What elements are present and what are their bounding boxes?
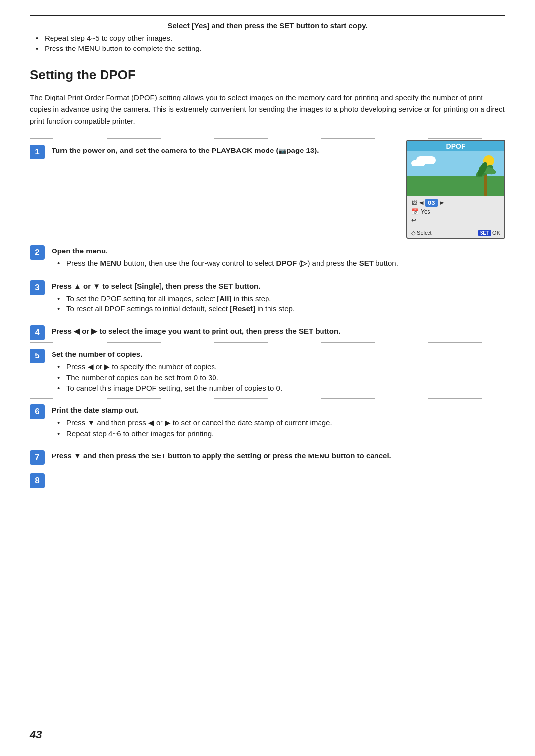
step-5-bullets: Press ◀ or ▶ to specify the number of co…: [52, 362, 505, 392]
step-3-number: 3: [30, 280, 45, 295]
dpof-cloud-2: [411, 160, 425, 166]
step-7-number: 7: [30, 450, 45, 465]
dpof-palm-svg: [474, 156, 498, 196]
step-4-number: 4: [30, 325, 45, 340]
dpof-right-arrow: ▶: [440, 200, 444, 206]
step-3-bullet-1: To set the DPOF setting for all images, …: [66, 294, 505, 302]
intro-bold-line: Select [Yes] and then press the SET butt…: [30, 21, 505, 30]
step-7-main: Press ▼ and then press the SET button to…: [52, 450, 505, 462]
dpof-mockup: DPOF 🖼 ◀ 0: [406, 140, 505, 239]
top-border: [30, 15, 505, 16]
dpof-back-icon: ↩: [411, 217, 416, 224]
step-6-number: 6: [30, 404, 45, 419]
dpof-copies-row: 🖼 ◀ 03 ▶: [411, 199, 500, 207]
step-3-bullets: To set the DPOF setting for all images, …: [52, 294, 505, 313]
step-6-main: Print the date stamp out.: [52, 404, 505, 416]
step-3-main: Press ▲ or ▼ to select [Single], then pr…: [52, 280, 505, 292]
step-5-bullet-1: Press ◀ or ▶ to specify the number of co…: [66, 362, 505, 371]
section-title: Setting the DPOF: [30, 67, 505, 83]
step-2-bullets: Press the MENU button, then use the four…: [52, 259, 505, 268]
page-number: 43: [30, 728, 42, 741]
step-3-container: 3 Press ▲ or ▼ to select [Single], then …: [30, 274, 505, 317]
description: The Digital Print Order Format (DPOF) se…: [30, 92, 505, 127]
intro-section: Select [Yes] and then press the SET butt…: [30, 21, 505, 52]
dpof-ok-label: SETOK: [478, 230, 500, 236]
dpof-yes-row: 📅 Yes: [411, 208, 500, 215]
dpof-footer: ◇ Select SETOK: [407, 228, 504, 238]
dpof-select-label: ◇ Select: [411, 230, 432, 236]
dpof-set-badge: SET: [478, 230, 491, 236]
dpof-back-row: ↩: [411, 217, 500, 224]
step-8-container: 8: [30, 467, 505, 488]
step-6-bullet-1: Press ▼ and then press ◀ or ▶ to set or …: [66, 418, 505, 427]
step-7-content: Press ▼ and then press the SET button to…: [52, 450, 505, 464]
intro-bullet-2: Press the MENU button to complete the se…: [45, 44, 505, 52]
dpof-yes-label: Yes: [421, 208, 430, 215]
step-4-content: Press ◀ or ▶ to select the image you wan…: [52, 325, 505, 339]
step-7-container: 7 Press ▼ and then press the SET button …: [30, 444, 505, 465]
step-5-bullet-2: The number of copies can be set from 0 t…: [66, 373, 505, 382]
step-1-number: 1: [30, 145, 45, 159]
step-6-content: Print the date stamp out. Press ▼ and th…: [52, 404, 505, 442]
step-8-number: 8: [30, 473, 45, 488]
step-2-main: Open the menu.: [52, 245, 505, 257]
step-6-bullet-2: Repeat step 4~6 to other images for prin…: [66, 429, 505, 438]
step-6-bullets: Press ▼ and then press ◀ or ▶ to set or …: [52, 418, 505, 438]
dpof-number: 03: [425, 199, 438, 207]
dpof-image: [407, 151, 504, 196]
step-2-container: 2 Open the menu. Press the MENU button, …: [30, 239, 505, 272]
step-4-container: 4 Press ◀ or ▶ to select the image you w…: [30, 319, 505, 340]
step-4-main: Press ◀ or ▶ to select the image you wan…: [52, 325, 505, 337]
dpof-header: DPOF: [407, 141, 504, 151]
step-1-content: Turn the power on, and set the camera to…: [52, 145, 396, 158]
intro-bullet-1: Repeat step 4~5 to copy other images.: [45, 34, 505, 42]
step-5-bullet-3: To cancel this image DPOF setting, set t…: [66, 384, 505, 392]
step-2-bullet-1: Press the MENU button, then use the four…: [66, 259, 505, 268]
step-1-container: 1 Turn the power on, and set the camera …: [30, 138, 505, 239]
step-5-container: 5 Set the number of copies. Press ◀ or ▶…: [30, 342, 505, 396]
step-3-bullet-2: To reset all DPOF settings to initial de…: [66, 304, 505, 313]
step-5-number: 5: [30, 349, 45, 363]
step-2-number: 2: [30, 245, 45, 260]
step-6-container: 6 Print the date stamp out. Press ▼ and …: [30, 398, 505, 442]
dpof-left-arrow: ◀: [419, 200, 423, 206]
step-5-main: Set the number of copies.: [52, 349, 505, 360]
dpof-printer-icon: 🖼: [411, 200, 417, 206]
step-1-main: Turn the power on, and set the camera to…: [52, 145, 396, 156]
step-2-content: Open the menu. Press the MENU button, th…: [52, 245, 505, 272]
dpof-date-icon: 📅: [411, 208, 419, 215]
step-3-content: Press ▲ or ▼ to select [Single], then pr…: [52, 280, 505, 317]
step-5-content: Set the number of copies. Press ◀ or ▶ t…: [52, 349, 505, 396]
dpof-controls: 🖼 ◀ 03 ▶ 📅 Yes ↩: [407, 196, 504, 228]
intro-bullets: Repeat step 4~5 to copy other images. Pr…: [30, 34, 505, 52]
